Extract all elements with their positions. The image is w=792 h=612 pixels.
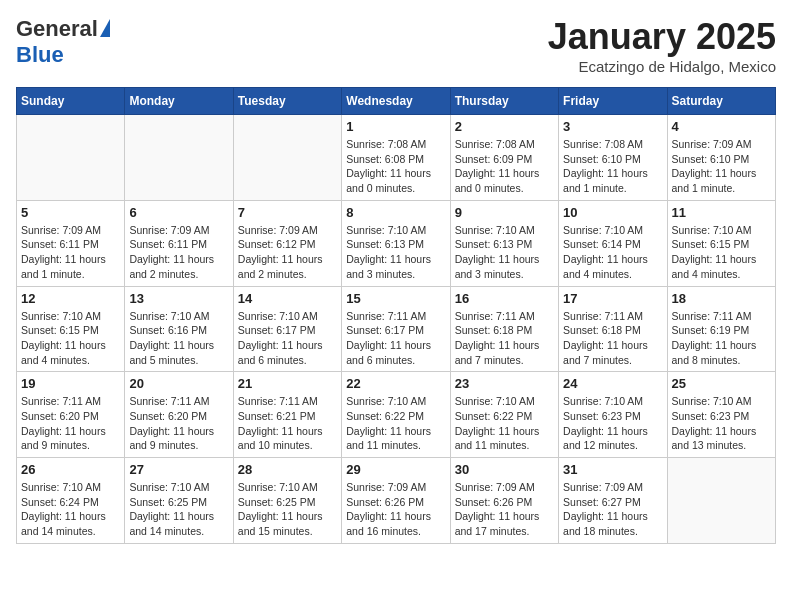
- calendar-cell: 21Sunrise: 7:11 AM Sunset: 6:21 PM Dayli…: [233, 372, 341, 458]
- calendar-cell: [17, 115, 125, 201]
- day-number: 20: [129, 376, 228, 391]
- day-number: 6: [129, 205, 228, 220]
- day-number: 14: [238, 291, 337, 306]
- day-number: 30: [455, 462, 554, 477]
- calendar-cell: 29Sunrise: 7:09 AM Sunset: 6:26 PM Dayli…: [342, 458, 450, 544]
- day-info: Sunrise: 7:10 AM Sunset: 6:24 PM Dayligh…: [21, 480, 120, 539]
- day-info: Sunrise: 7:09 AM Sunset: 6:11 PM Dayligh…: [21, 223, 120, 282]
- calendar-cell: 9Sunrise: 7:10 AM Sunset: 6:13 PM Daylig…: [450, 200, 558, 286]
- day-of-week-header: Thursday: [450, 88, 558, 115]
- logo-general-text: General: [16, 16, 98, 42]
- day-of-week-header: Saturday: [667, 88, 775, 115]
- calendar-cell: 13Sunrise: 7:10 AM Sunset: 6:16 PM Dayli…: [125, 286, 233, 372]
- day-info: Sunrise: 7:10 AM Sunset: 6:23 PM Dayligh…: [563, 394, 662, 453]
- logo: General Blue: [16, 16, 110, 68]
- day-info: Sunrise: 7:10 AM Sunset: 6:13 PM Dayligh…: [346, 223, 445, 282]
- calendar-cell: 11Sunrise: 7:10 AM Sunset: 6:15 PM Dayli…: [667, 200, 775, 286]
- day-number: 7: [238, 205, 337, 220]
- day-info: Sunrise: 7:11 AM Sunset: 6:17 PM Dayligh…: [346, 309, 445, 368]
- day-number: 16: [455, 291, 554, 306]
- day-number: 11: [672, 205, 771, 220]
- day-number: 3: [563, 119, 662, 134]
- day-number: 12: [21, 291, 120, 306]
- calendar-cell: 31Sunrise: 7:09 AM Sunset: 6:27 PM Dayli…: [559, 458, 667, 544]
- calendar-cell: 10Sunrise: 7:10 AM Sunset: 6:14 PM Dayli…: [559, 200, 667, 286]
- day-info: Sunrise: 7:11 AM Sunset: 6:21 PM Dayligh…: [238, 394, 337, 453]
- day-info: Sunrise: 7:10 AM Sunset: 6:22 PM Dayligh…: [455, 394, 554, 453]
- calendar-cell: 5Sunrise: 7:09 AM Sunset: 6:11 PM Daylig…: [17, 200, 125, 286]
- day-number: 15: [346, 291, 445, 306]
- day-number: 13: [129, 291, 228, 306]
- calendar-cell: 15Sunrise: 7:11 AM Sunset: 6:17 PM Dayli…: [342, 286, 450, 372]
- day-info: Sunrise: 7:11 AM Sunset: 6:19 PM Dayligh…: [672, 309, 771, 368]
- day-number: 28: [238, 462, 337, 477]
- day-number: 10: [563, 205, 662, 220]
- day-number: 17: [563, 291, 662, 306]
- calendar-table: SundayMondayTuesdayWednesdayThursdayFrid…: [16, 87, 776, 544]
- day-info: Sunrise: 7:09 AM Sunset: 6:27 PM Dayligh…: [563, 480, 662, 539]
- month-title: January 2025: [548, 16, 776, 58]
- page-header: General Blue January 2025 Ecatzingo de H…: [16, 16, 776, 75]
- day-number: 26: [21, 462, 120, 477]
- day-info: Sunrise: 7:09 AM Sunset: 6:11 PM Dayligh…: [129, 223, 228, 282]
- day-number: 19: [21, 376, 120, 391]
- calendar-cell: 27Sunrise: 7:10 AM Sunset: 6:25 PM Dayli…: [125, 458, 233, 544]
- calendar-cell: 3Sunrise: 7:08 AM Sunset: 6:10 PM Daylig…: [559, 115, 667, 201]
- calendar-cell: 26Sunrise: 7:10 AM Sunset: 6:24 PM Dayli…: [17, 458, 125, 544]
- calendar-cell: 12Sunrise: 7:10 AM Sunset: 6:15 PM Dayli…: [17, 286, 125, 372]
- day-number: 9: [455, 205, 554, 220]
- day-number: 1: [346, 119, 445, 134]
- calendar-header: SundayMondayTuesdayWednesdayThursdayFrid…: [17, 88, 776, 115]
- day-number: 25: [672, 376, 771, 391]
- location-subtitle: Ecatzingo de Hidalgo, Mexico: [548, 58, 776, 75]
- calendar-cell: 28Sunrise: 7:10 AM Sunset: 6:25 PM Dayli…: [233, 458, 341, 544]
- day-info: Sunrise: 7:10 AM Sunset: 6:22 PM Dayligh…: [346, 394, 445, 453]
- calendar-cell: 8Sunrise: 7:10 AM Sunset: 6:13 PM Daylig…: [342, 200, 450, 286]
- calendar-cell: 18Sunrise: 7:11 AM Sunset: 6:19 PM Dayli…: [667, 286, 775, 372]
- day-info: Sunrise: 7:08 AM Sunset: 6:08 PM Dayligh…: [346, 137, 445, 196]
- day-info: Sunrise: 7:08 AM Sunset: 6:09 PM Dayligh…: [455, 137, 554, 196]
- calendar-cell: 20Sunrise: 7:11 AM Sunset: 6:20 PM Dayli…: [125, 372, 233, 458]
- day-info: Sunrise: 7:10 AM Sunset: 6:23 PM Dayligh…: [672, 394, 771, 453]
- day-info: Sunrise: 7:11 AM Sunset: 6:20 PM Dayligh…: [129, 394, 228, 453]
- calendar-cell: 23Sunrise: 7:10 AM Sunset: 6:22 PM Dayli…: [450, 372, 558, 458]
- day-number: 29: [346, 462, 445, 477]
- calendar-cell: [233, 115, 341, 201]
- day-info: Sunrise: 7:10 AM Sunset: 6:17 PM Dayligh…: [238, 309, 337, 368]
- day-info: Sunrise: 7:10 AM Sunset: 6:25 PM Dayligh…: [238, 480, 337, 539]
- day-number: 4: [672, 119, 771, 134]
- calendar-cell: 16Sunrise: 7:11 AM Sunset: 6:18 PM Dayli…: [450, 286, 558, 372]
- day-number: 27: [129, 462, 228, 477]
- day-info: Sunrise: 7:11 AM Sunset: 6:20 PM Dayligh…: [21, 394, 120, 453]
- calendar-cell: 30Sunrise: 7:09 AM Sunset: 6:26 PM Dayli…: [450, 458, 558, 544]
- calendar-cell: 24Sunrise: 7:10 AM Sunset: 6:23 PM Dayli…: [559, 372, 667, 458]
- day-info: Sunrise: 7:11 AM Sunset: 6:18 PM Dayligh…: [563, 309, 662, 368]
- calendar-cell: 22Sunrise: 7:10 AM Sunset: 6:22 PM Dayli…: [342, 372, 450, 458]
- day-number: 24: [563, 376, 662, 391]
- day-info: Sunrise: 7:10 AM Sunset: 6:15 PM Dayligh…: [672, 223, 771, 282]
- day-info: Sunrise: 7:10 AM Sunset: 6:13 PM Dayligh…: [455, 223, 554, 282]
- day-of-week-header: Monday: [125, 88, 233, 115]
- day-number: 22: [346, 376, 445, 391]
- calendar-cell: [667, 458, 775, 544]
- day-info: Sunrise: 7:11 AM Sunset: 6:18 PM Dayligh…: [455, 309, 554, 368]
- logo-triangle-icon: [100, 19, 110, 37]
- calendar-cell: 25Sunrise: 7:10 AM Sunset: 6:23 PM Dayli…: [667, 372, 775, 458]
- day-info: Sunrise: 7:09 AM Sunset: 6:26 PM Dayligh…: [346, 480, 445, 539]
- day-info: Sunrise: 7:09 AM Sunset: 6:26 PM Dayligh…: [455, 480, 554, 539]
- day-number: 5: [21, 205, 120, 220]
- calendar-cell: 1Sunrise: 7:08 AM Sunset: 6:08 PM Daylig…: [342, 115, 450, 201]
- day-info: Sunrise: 7:10 AM Sunset: 6:16 PM Dayligh…: [129, 309, 228, 368]
- day-number: 31: [563, 462, 662, 477]
- calendar-cell: [125, 115, 233, 201]
- calendar-cell: 19Sunrise: 7:11 AM Sunset: 6:20 PM Dayli…: [17, 372, 125, 458]
- day-info: Sunrise: 7:10 AM Sunset: 6:14 PM Dayligh…: [563, 223, 662, 282]
- day-info: Sunrise: 7:09 AM Sunset: 6:12 PM Dayligh…: [238, 223, 337, 282]
- calendar-cell: 4Sunrise: 7:09 AM Sunset: 6:10 PM Daylig…: [667, 115, 775, 201]
- day-info: Sunrise: 7:08 AM Sunset: 6:10 PM Dayligh…: [563, 137, 662, 196]
- calendar-cell: 2Sunrise: 7:08 AM Sunset: 6:09 PM Daylig…: [450, 115, 558, 201]
- logo-blue-text: Blue: [16, 42, 64, 68]
- day-info: Sunrise: 7:09 AM Sunset: 6:10 PM Dayligh…: [672, 137, 771, 196]
- title-block: January 2025 Ecatzingo de Hidalgo, Mexic…: [548, 16, 776, 75]
- day-number: 8: [346, 205, 445, 220]
